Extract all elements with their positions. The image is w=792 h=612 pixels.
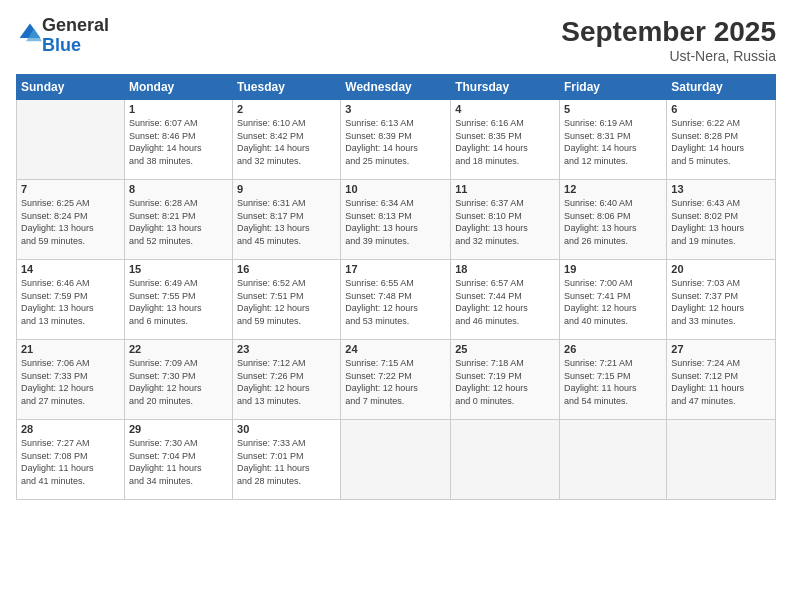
col-thursday: Thursday: [451, 75, 560, 100]
day-info: Sunrise: 6:52 AM Sunset: 7:51 PM Dayligh…: [237, 277, 336, 327]
calendar-cell: [560, 420, 667, 500]
col-friday: Friday: [560, 75, 667, 100]
logo-blue-text: Blue: [42, 35, 81, 55]
calendar-cell: 1Sunrise: 6:07 AM Sunset: 8:46 PM Daylig…: [124, 100, 232, 180]
day-info: Sunrise: 6:13 AM Sunset: 8:39 PM Dayligh…: [345, 117, 446, 167]
day-number: 17: [345, 263, 446, 275]
day-info: Sunrise: 6:46 AM Sunset: 7:59 PM Dayligh…: [21, 277, 120, 327]
calendar-cell: 28Sunrise: 7:27 AM Sunset: 7:08 PM Dayli…: [17, 420, 125, 500]
calendar-cell: 17Sunrise: 6:55 AM Sunset: 7:48 PM Dayli…: [341, 260, 451, 340]
calendar-cell: 8Sunrise: 6:28 AM Sunset: 8:21 PM Daylig…: [124, 180, 232, 260]
day-info: Sunrise: 6:43 AM Sunset: 8:02 PM Dayligh…: [671, 197, 771, 247]
day-info: Sunrise: 7:21 AM Sunset: 7:15 PM Dayligh…: [564, 357, 662, 407]
day-info: Sunrise: 6:10 AM Sunset: 8:42 PM Dayligh…: [237, 117, 336, 167]
day-number: 5: [564, 103, 662, 115]
col-sunday: Sunday: [17, 75, 125, 100]
day-info: Sunrise: 7:03 AM Sunset: 7:37 PM Dayligh…: [671, 277, 771, 327]
day-number: 7: [21, 183, 120, 195]
day-number: 20: [671, 263, 771, 275]
day-number: 3: [345, 103, 446, 115]
day-number: 15: [129, 263, 228, 275]
day-info: Sunrise: 6:31 AM Sunset: 8:17 PM Dayligh…: [237, 197, 336, 247]
calendar-cell: 25Sunrise: 7:18 AM Sunset: 7:19 PM Dayli…: [451, 340, 560, 420]
day-number: 11: [455, 183, 555, 195]
day-info: Sunrise: 6:49 AM Sunset: 7:55 PM Dayligh…: [129, 277, 228, 327]
calendar-cell: 2Sunrise: 6:10 AM Sunset: 8:42 PM Daylig…: [233, 100, 341, 180]
title-block: September 2025 Ust-Nera, Russia: [561, 16, 776, 64]
calendar-cell: 14Sunrise: 6:46 AM Sunset: 7:59 PM Dayli…: [17, 260, 125, 340]
calendar-cell: 12Sunrise: 6:40 AM Sunset: 8:06 PM Dayli…: [560, 180, 667, 260]
day-info: Sunrise: 6:19 AM Sunset: 8:31 PM Dayligh…: [564, 117, 662, 167]
day-number: 14: [21, 263, 120, 275]
calendar-cell: [17, 100, 125, 180]
calendar-cell: 11Sunrise: 6:37 AM Sunset: 8:10 PM Dayli…: [451, 180, 560, 260]
day-number: 18: [455, 263, 555, 275]
calendar-cell: 10Sunrise: 6:34 AM Sunset: 8:13 PM Dayli…: [341, 180, 451, 260]
day-number: 16: [237, 263, 336, 275]
day-number: 6: [671, 103, 771, 115]
day-number: 22: [129, 343, 228, 355]
calendar-cell: 16Sunrise: 6:52 AM Sunset: 7:51 PM Dayli…: [233, 260, 341, 340]
calendar-header-row: Sunday Monday Tuesday Wednesday Thursday…: [17, 75, 776, 100]
col-saturday: Saturday: [667, 75, 776, 100]
logo-general-text: General: [42, 15, 109, 35]
day-number: 25: [455, 343, 555, 355]
day-number: 30: [237, 423, 336, 435]
calendar-cell: 3Sunrise: 6:13 AM Sunset: 8:39 PM Daylig…: [341, 100, 451, 180]
day-info: Sunrise: 7:06 AM Sunset: 7:33 PM Dayligh…: [21, 357, 120, 407]
day-info: Sunrise: 7:24 AM Sunset: 7:12 PM Dayligh…: [671, 357, 771, 407]
day-info: Sunrise: 7:27 AM Sunset: 7:08 PM Dayligh…: [21, 437, 120, 487]
calendar-cell: 30Sunrise: 7:33 AM Sunset: 7:01 PM Dayli…: [233, 420, 341, 500]
day-number: 28: [21, 423, 120, 435]
day-info: Sunrise: 7:33 AM Sunset: 7:01 PM Dayligh…: [237, 437, 336, 487]
day-info: Sunrise: 6:37 AM Sunset: 8:10 PM Dayligh…: [455, 197, 555, 247]
calendar-cell: 13Sunrise: 6:43 AM Sunset: 8:02 PM Dayli…: [667, 180, 776, 260]
calendar-cell: 27Sunrise: 7:24 AM Sunset: 7:12 PM Dayli…: [667, 340, 776, 420]
calendar-cell: 18Sunrise: 6:57 AM Sunset: 7:44 PM Dayli…: [451, 260, 560, 340]
calendar-cell: 7Sunrise: 6:25 AM Sunset: 8:24 PM Daylig…: [17, 180, 125, 260]
col-tuesday: Tuesday: [233, 75, 341, 100]
day-info: Sunrise: 6:25 AM Sunset: 8:24 PM Dayligh…: [21, 197, 120, 247]
day-info: Sunrise: 6:57 AM Sunset: 7:44 PM Dayligh…: [455, 277, 555, 327]
day-number: 29: [129, 423, 228, 435]
calendar-week-1: 1Sunrise: 6:07 AM Sunset: 8:46 PM Daylig…: [17, 100, 776, 180]
day-number: 24: [345, 343, 446, 355]
day-number: 27: [671, 343, 771, 355]
month-title: September 2025: [561, 16, 776, 48]
day-info: Sunrise: 6:22 AM Sunset: 8:28 PM Dayligh…: [671, 117, 771, 167]
logo: General Blue: [16, 16, 109, 56]
calendar-week-4: 21Sunrise: 7:06 AM Sunset: 7:33 PM Dayli…: [17, 340, 776, 420]
calendar-cell: [451, 420, 560, 500]
calendar-cell: 22Sunrise: 7:09 AM Sunset: 7:30 PM Dayli…: [124, 340, 232, 420]
calendar-cell: 26Sunrise: 7:21 AM Sunset: 7:15 PM Dayli…: [560, 340, 667, 420]
calendar-cell: 20Sunrise: 7:03 AM Sunset: 7:37 PM Dayli…: [667, 260, 776, 340]
day-info: Sunrise: 7:00 AM Sunset: 7:41 PM Dayligh…: [564, 277, 662, 327]
day-info: Sunrise: 7:09 AM Sunset: 7:30 PM Dayligh…: [129, 357, 228, 407]
page-header: General Blue September 2025 Ust-Nera, Ru…: [16, 16, 776, 64]
calendar-cell: 9Sunrise: 6:31 AM Sunset: 8:17 PM Daylig…: [233, 180, 341, 260]
day-info: Sunrise: 6:07 AM Sunset: 8:46 PM Dayligh…: [129, 117, 228, 167]
day-number: 9: [237, 183, 336, 195]
day-info: Sunrise: 6:40 AM Sunset: 8:06 PM Dayligh…: [564, 197, 662, 247]
day-number: 23: [237, 343, 336, 355]
calendar-cell: 23Sunrise: 7:12 AM Sunset: 7:26 PM Dayli…: [233, 340, 341, 420]
calendar-table: Sunday Monday Tuesday Wednesday Thursday…: [16, 74, 776, 500]
day-info: Sunrise: 6:28 AM Sunset: 8:21 PM Dayligh…: [129, 197, 228, 247]
calendar-cell: 24Sunrise: 7:15 AM Sunset: 7:22 PM Dayli…: [341, 340, 451, 420]
calendar-cell: 6Sunrise: 6:22 AM Sunset: 8:28 PM Daylig…: [667, 100, 776, 180]
calendar-cell: [341, 420, 451, 500]
day-info: Sunrise: 6:16 AM Sunset: 8:35 PM Dayligh…: [455, 117, 555, 167]
calendar-cell: [667, 420, 776, 500]
calendar-cell: 21Sunrise: 7:06 AM Sunset: 7:33 PM Dayli…: [17, 340, 125, 420]
day-number: 10: [345, 183, 446, 195]
calendar-cell: 15Sunrise: 6:49 AM Sunset: 7:55 PM Dayli…: [124, 260, 232, 340]
day-number: 2: [237, 103, 336, 115]
day-info: Sunrise: 6:34 AM Sunset: 8:13 PM Dayligh…: [345, 197, 446, 247]
calendar-cell: 19Sunrise: 7:00 AM Sunset: 7:41 PM Dayli…: [560, 260, 667, 340]
calendar-week-3: 14Sunrise: 6:46 AM Sunset: 7:59 PM Dayli…: [17, 260, 776, 340]
location-subtitle: Ust-Nera, Russia: [561, 48, 776, 64]
day-number: 1: [129, 103, 228, 115]
calendar-week-5: 28Sunrise: 7:27 AM Sunset: 7:08 PM Dayli…: [17, 420, 776, 500]
logo-icon: [18, 22, 42, 46]
day-number: 21: [21, 343, 120, 355]
